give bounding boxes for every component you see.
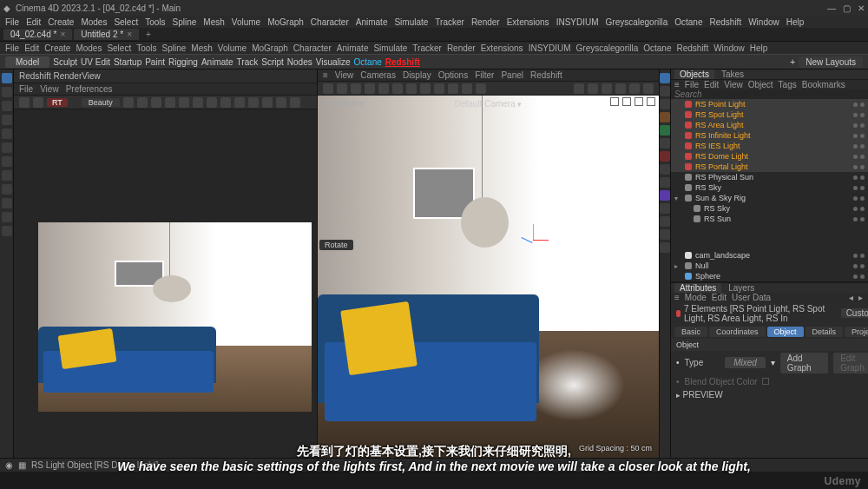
palette-icon[interactable] (660, 151, 670, 162)
visibility-dots[interactable] (853, 207, 865, 211)
rv-menu-prefs[interactable]: Preferences (66, 84, 113, 94)
attr-tab-coords[interactable]: Coordinates (709, 327, 766, 337)
rotate-tool-icon[interactable] (2, 101, 12, 111)
visibility-dots[interactable] (853, 274, 865, 279)
maximize-button[interactable]: ▢ (843, 3, 851, 13)
nav-maximize-icon[interactable] (647, 97, 655, 106)
vp-tool-icon[interactable] (420, 83, 431, 94)
rv-tool-icon[interactable] (262, 97, 273, 108)
preview-expander[interactable]: ▸ PREVIEW (671, 388, 868, 401)
gizmo-axis[interactable] (516, 222, 550, 257)
menu-file[interactable]: File (5, 17, 19, 27)
visibility-dots[interactable] (853, 264, 865, 268)
attr-tab-object[interactable]: Object (767, 327, 804, 337)
tool-icon[interactable] (2, 198, 12, 208)
close-tab-icon[interactable]: × (60, 30, 65, 39)
close-button[interactable]: ✕ (858, 3, 865, 13)
vp-menu-display[interactable]: Display (403, 70, 431, 80)
attr-menu-mode[interactable]: Mode (685, 293, 707, 302)
rv-stop-icon[interactable] (33, 97, 43, 108)
menu2-create[interactable]: Create (44, 43, 70, 53)
palette-icon[interactable] (660, 73, 670, 83)
rv-tool-icon[interactable] (290, 97, 300, 108)
menu2-mograph[interactable]: MoGraph (252, 43, 288, 53)
palette-icon[interactable] (660, 86, 670, 96)
vp-menu-view[interactable]: View (335, 70, 354, 80)
rv-aov-dropdown[interactable]: Beauty (82, 98, 120, 107)
vp-menu-hamburger[interactable]: ≡ (323, 70, 328, 80)
mode-paint[interactable]: Paint (145, 57, 165, 67)
palette-icon[interactable] (660, 203, 670, 214)
menu2-render[interactable]: Render (447, 43, 476, 53)
scale-tool-icon[interactable] (2, 87, 12, 97)
visibility-dots[interactable] (853, 102, 865, 107)
visibility-dots[interactable] (853, 144, 865, 149)
palette-icon[interactable] (660, 99, 670, 109)
vp-tool-icon[interactable] (378, 83, 389, 94)
menu-edit[interactable]: Edit (26, 17, 41, 27)
move-tool-icon[interactable] (2, 73, 12, 83)
mode-visualize[interactable]: Visualize (316, 57, 351, 67)
rv-menu-file[interactable]: File (19, 84, 33, 94)
menu2-redshift[interactable]: Redshift (676, 43, 708, 53)
menu-render[interactable]: Render (471, 17, 500, 27)
rv-render-icon[interactable] (19, 97, 30, 108)
object-row[interactable]: RS Dome Light✕ (671, 151, 868, 162)
menu-redshift[interactable]: Redshift (709, 17, 741, 27)
renderview-canvas[interactable] (14, 109, 317, 458)
viewport-canvas[interactable]: Perspective Default Camera ▾ Rotate Grid… (318, 96, 659, 458)
visibility-dots[interactable] (853, 186, 865, 190)
visibility-dots[interactable] (853, 165, 865, 169)
expand-icon[interactable]: ▸ (674, 262, 681, 270)
mode-startup[interactable]: Startup (114, 57, 141, 67)
vp-menu-options[interactable]: Options (438, 70, 468, 80)
vp-tool-icon[interactable] (588, 83, 598, 94)
visibility-dots[interactable] (853, 134, 865, 138)
vp-tool-icon[interactable] (462, 83, 472, 94)
menu2-animate[interactable]: Animate (337, 43, 369, 53)
mode-uvedit[interactable]: UV Edit (81, 57, 110, 67)
palette-icon[interactable] (660, 190, 670, 201)
menu-spline[interactable]: Spline (173, 17, 197, 27)
object-row[interactable]: RS Area Light✕ (671, 120, 868, 130)
nav-rotate-icon[interactable] (635, 97, 643, 106)
attr-menu-hamburger[interactable]: ≡ (674, 293, 680, 302)
visibility-dots[interactable] (853, 123, 865, 128)
menu2-modes[interactable]: Modes (76, 43, 102, 53)
rv-tool-icon[interactable] (276, 97, 286, 108)
menu-insydium[interactable]: INSYDIUM (556, 17, 599, 27)
nav-back-icon[interactable]: ◂ (849, 293, 853, 302)
object-row[interactable]: ▸Null✕ (671, 261, 868, 271)
vp-tool-icon[interactable] (392, 83, 403, 94)
obj-menu-hamburger[interactable]: ≡ (674, 80, 680, 89)
menu-simulate[interactable]: Simulate (394, 17, 428, 27)
mode-nodes[interactable]: Nodes (287, 57, 312, 67)
vp-menu-redshift[interactable]: Redshift (530, 70, 562, 80)
menu-window[interactable]: Window (748, 17, 779, 27)
tool-icon[interactable] (2, 170, 12, 181)
menu2-simulate[interactable]: Simulate (373, 43, 407, 53)
dropdown-arrow-icon[interactable]: ▾ (771, 358, 775, 367)
obj-menu-edit[interactable]: Edit (704, 80, 719, 89)
object-row[interactable]: RS Sky✕ (671, 203, 868, 214)
object-row[interactable]: RS Sky✕ (671, 182, 868, 193)
menu-mesh[interactable]: Mesh (203, 17, 224, 27)
new-layouts-dropdown[interactable]: New Layouts (799, 56, 863, 68)
palette-icon[interactable] (660, 138, 670, 149)
nav-fwd-icon[interactable]: ▸ (858, 293, 863, 302)
vp-tool-icon[interactable] (476, 83, 486, 94)
menu2-help[interactable]: Help (750, 43, 768, 53)
add-graph-button[interactable]: Add Graph (780, 353, 828, 373)
vp-tool-icon[interactable] (434, 83, 444, 94)
tab-objects[interactable]: Objects (674, 69, 714, 79)
rv-tool-icon[interactable] (179, 97, 189, 108)
tool-icon[interactable] (2, 142, 12, 153)
vp-tool-icon[interactable] (574, 83, 584, 94)
layout-plus-icon[interactable]: + (790, 57, 795, 67)
palette-icon[interactable] (660, 164, 670, 175)
obj-menu-object[interactable]: Object (748, 80, 773, 89)
menu-help[interactable]: Help (786, 17, 805, 27)
menu2-tools[interactable]: Tools (136, 43, 156, 53)
menu-extensions[interactable]: Extensions (507, 17, 549, 27)
tab-attributes[interactable]: Attributes (674, 283, 721, 293)
